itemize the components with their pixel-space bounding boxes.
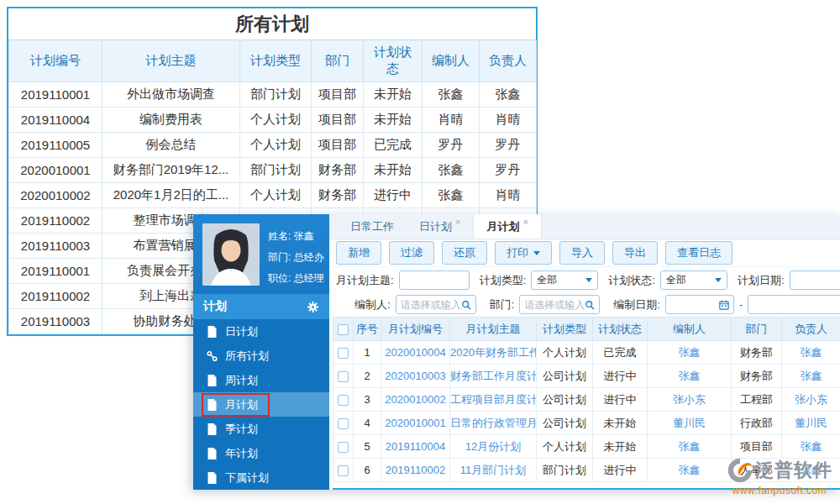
row-checkbox[interactable]: [338, 348, 349, 359]
close-icon[interactable]: ×: [455, 217, 460, 227]
dept-picker[interactable]: [519, 295, 600, 314]
plan-status-label: 计划状态:: [608, 273, 655, 288]
cell-plan-no[interactable]: 2019110004: [381, 435, 450, 459]
button-label: 过滤: [401, 245, 423, 260]
cell-plan-no[interactable]: 2019110002: [381, 459, 450, 482]
cell-subject[interactable]: 11月部门计划: [450, 459, 537, 482]
compile-date-from[interactable]: [665, 295, 734, 314]
dept-input[interactable]: [524, 299, 585, 311]
bg-table-cell: 肖晴: [423, 107, 480, 132]
close-icon[interactable]: ×: [522, 217, 528, 227]
fg-table-row: 22020010003财务部工作月度计划公司计划进行中张鑫财务部张鑫: [333, 365, 840, 388]
search-icon[interactable]: [461, 300, 471, 310]
button-label: 导出: [624, 245, 646, 260]
cell-subject[interactable]: 2020年财务部工作月...: [450, 341, 537, 365]
import-button[interactable]: 导入: [559, 241, 605, 265]
cell-plan-no[interactable]: 2020010004: [381, 341, 450, 365]
sidebar-item-week-plan[interactable]: 周计划: [193, 368, 329, 392]
bg-table-cell: 张鑫: [423, 182, 480, 207]
bg-table-cell: 部门计划: [240, 157, 312, 182]
cell-plan-no[interactable]: 2020010001: [381, 412, 450, 435]
link-icon: [207, 350, 218, 362]
bg-table-cell: 张鑫: [423, 157, 480, 182]
tab-month-plan[interactable]: 月计划×: [473, 214, 541, 239]
gear-icon[interactable]: [307, 301, 319, 313]
bg-table-cell: 已完成: [364, 132, 423, 157]
cell-compiler[interactable]: 张鑫: [648, 341, 732, 365]
user-info-line: 部门: 总经办: [268, 247, 324, 268]
compile-date-from-input[interactable]: [670, 299, 719, 311]
sidebar-item-all-plans[interactable]: 所有计划: [193, 344, 329, 368]
tab-daily-work[interactable]: 日常工作: [338, 214, 407, 239]
cell-owner[interactable]: 张小东: [782, 388, 840, 412]
add-button[interactable]: 新增: [336, 241, 381, 265]
view-log-button[interactable]: 查看日志: [665, 241, 732, 265]
cell-subject[interactable]: 日常的行政管理月计划: [450, 412, 537, 435]
user-info-line: 职位: 总经理: [268, 268, 324, 289]
cell-type: 公司计划: [537, 365, 593, 388]
sidebar-item-year-plan[interactable]: 年计划: [193, 441, 329, 465]
bg-table-cell: 肖晴: [480, 182, 537, 207]
bg-column-header: 计划主题: [102, 40, 240, 81]
row-checkbox[interactable]: [338, 395, 349, 406]
export-button[interactable]: 导出: [612, 241, 658, 265]
cell-subject[interactable]: 12月份计划: [450, 435, 537, 459]
compile-date-to-input[interactable]: [748, 295, 840, 314]
compiler-input[interactable]: [401, 299, 461, 311]
row-checkbox[interactable]: [338, 442, 349, 453]
monthly-subject-label: 月计划主题:: [336, 273, 394, 288]
sidebar-item-month-plan[interactable]: 月计划: [193, 392, 329, 417]
plan-status-select[interactable]: 全部: [660, 270, 727, 290]
cell-seq: 6: [354, 459, 381, 482]
tab-day-plan[interactable]: 日计划×: [407, 214, 473, 239]
row-checkbox[interactable]: [338, 418, 349, 429]
plan-type-select[interactable]: 全部: [531, 270, 598, 290]
bg-table-cell: 外出做市场调查: [102, 81, 240, 107]
plan-date-input[interactable]: [790, 270, 840, 290]
sidebar-item-label: 年计划: [225, 446, 258, 461]
filter-button[interactable]: 过滤: [389, 241, 434, 265]
tab-label: 日常工作: [350, 219, 394, 234]
bg-column-header: 计划状态: [364, 40, 423, 81]
sidebar-item-quarter-plan[interactable]: 季计划: [193, 417, 329, 441]
cell-compiler[interactable]: 张鑫: [648, 365, 732, 388]
cell-owner[interactable]: 董川民: [782, 412, 840, 435]
cell-owner[interactable]: 张鑫: [782, 365, 840, 388]
cell-owner[interactable]: 张鑫: [782, 435, 840, 459]
cell-plan-no[interactable]: 2020010002: [381, 388, 450, 412]
cell-subject[interactable]: 工程项目部月度计划: [450, 388, 537, 412]
cell-subject[interactable]: 财务部工作月度计划: [450, 365, 537, 388]
restore-button[interactable]: 还原: [442, 241, 487, 265]
sidebar-item-subordinate-plan[interactable]: 下属计划: [193, 465, 329, 490]
print-button[interactable]: 打印: [495, 241, 552, 265]
filter-area: 月计划主题: 计划类型: 全部 计划状态: 全部 计划日期: 编制人:: [329, 267, 840, 317]
caret-down-icon: [533, 251, 540, 255]
plan-type-label: 计划类型:: [480, 273, 527, 288]
checkbox-cell: [333, 341, 354, 365]
menu-item-box: 周计划: [203, 370, 268, 391]
cell-plan-no[interactable]: 2020010003: [381, 365, 450, 388]
compiler-picker[interactable]: [396, 295, 476, 314]
row-checkbox[interactable]: [338, 371, 349, 382]
cell-seq: 2: [354, 365, 381, 388]
user-info-label: 部门:: [268, 251, 294, 263]
search-icon[interactable]: [585, 300, 595, 310]
cell-compiler[interactable]: 张鑫: [648, 435, 732, 459]
compile-date-label: 编制日期:: [613, 297, 660, 312]
bg-table-cell: 2019110001: [9, 81, 102, 107]
sidebar-item-day-plan[interactable]: 日计划: [193, 319, 329, 344]
fg-column-header: 月计划编号: [381, 318, 450, 341]
cell-compiler[interactable]: 张小东: [648, 388, 732, 412]
sidebar-item-label: 月计划: [225, 397, 258, 412]
row-checkbox[interactable]: [338, 465, 349, 476]
button-label: 打印: [507, 245, 528, 260]
bg-column-header: 计划编号: [9, 40, 102, 81]
calendar-icon[interactable]: [719, 300, 729, 310]
cell-owner[interactable]: 张鑫: [782, 341, 840, 365]
bg-table-cell: 财务部: [312, 157, 364, 182]
bg-table-row: 2019110005例会总结个人计划项目部已完成罗丹罗丹: [9, 132, 537, 157]
all-plans-title: 所有计划: [8, 8, 536, 40]
select-all-checkbox[interactable]: [338, 324, 349, 335]
monthly-subject-input[interactable]: [399, 270, 470, 290]
cell-compiler[interactable]: 董川民: [648, 412, 732, 435]
